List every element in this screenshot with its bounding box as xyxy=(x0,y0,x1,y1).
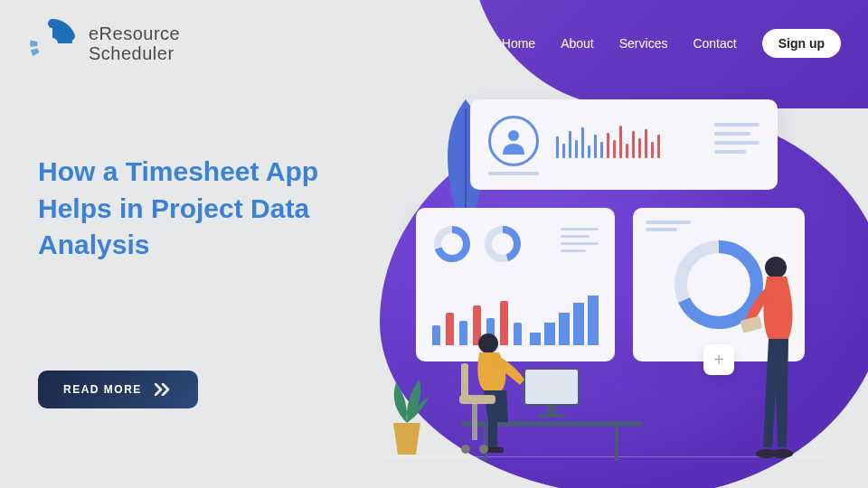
svg-point-0 xyxy=(47,38,58,49)
logo[interactable]: eResource Scheduler xyxy=(27,18,180,69)
avatar-icon xyxy=(488,116,539,166)
text-placeholder xyxy=(646,221,700,231)
hero-illustration: + xyxy=(362,72,850,470)
logo-line1: eResource xyxy=(89,23,180,43)
page-title: How a Timesheet App Helps in Project Dat… xyxy=(38,154,363,264)
svg-rect-18 xyxy=(461,363,468,399)
chevron-right-icon xyxy=(155,383,173,396)
svg-rect-6 xyxy=(646,221,691,224)
add-icon: + xyxy=(703,344,734,375)
svg-point-24 xyxy=(756,449,778,458)
svg-point-21 xyxy=(765,257,787,278)
read-more-button[interactable]: READ MORE xyxy=(38,371,198,408)
svg-rect-11 xyxy=(547,405,556,414)
svg-point-20 xyxy=(479,445,488,454)
nav-about[interactable]: About xyxy=(561,36,594,51)
nav-contact[interactable]: Contact xyxy=(693,36,736,51)
dashboard-card-top xyxy=(470,99,778,190)
header: eResource Scheduler Home About Services … xyxy=(0,0,868,87)
text-placeholder xyxy=(488,172,539,175)
read-more-label: READ MORE xyxy=(63,383,142,396)
logo-text: eResource Scheduler xyxy=(89,23,180,63)
nav-home[interactable]: Home xyxy=(502,36,535,51)
logo-line2: Scheduler xyxy=(89,43,180,63)
svg-rect-17 xyxy=(472,404,477,440)
svg-point-13 xyxy=(478,333,498,353)
text-placeholder-group xyxy=(561,228,599,252)
text-placeholder-group xyxy=(714,123,760,154)
nav-services[interactable]: Services xyxy=(619,36,668,51)
svg-point-19 xyxy=(461,445,470,454)
person-sitting xyxy=(434,327,542,463)
desk-leg xyxy=(615,423,618,461)
svg-rect-22 xyxy=(741,315,763,333)
person-standing xyxy=(732,253,823,461)
svg-rect-7 xyxy=(646,228,677,231)
svg-point-1 xyxy=(508,130,519,141)
plant-icon xyxy=(380,378,434,459)
donut-charts xyxy=(432,224,523,264)
svg-rect-14 xyxy=(488,422,497,449)
logo-icon xyxy=(27,18,78,69)
signup-button[interactable]: Sign up xyxy=(762,29,841,58)
main-nav: Home About Services Contact Sign up xyxy=(502,29,841,58)
sparkline-chart xyxy=(556,122,660,158)
